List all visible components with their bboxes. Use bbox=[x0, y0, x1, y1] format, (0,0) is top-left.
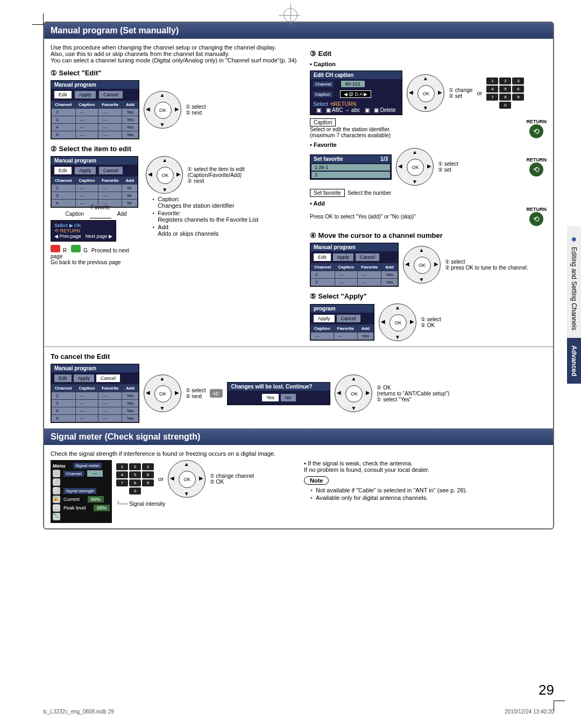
note-label: Note bbox=[304, 476, 329, 485]
osd-move-cursor: Manual program EditApplyCancel ChannelCa… bbox=[310, 243, 399, 287]
step1-title: ① Select "Edit" bbox=[51, 69, 299, 77]
label-caption: Caption bbox=[66, 211, 84, 217]
crop-mark bbox=[32, 13, 44, 25]
page-number: 29 bbox=[539, 682, 554, 698]
side-tab-editing: ●Editing and Setting Channels bbox=[567, 226, 581, 338]
return-icon: ⟲ bbox=[529, 124, 543, 138]
nav-control: OK▲▼◀▶ bbox=[403, 246, 441, 284]
caption-box-label: Caption bbox=[310, 118, 336, 126]
cancel-title: To cancel the Edit bbox=[51, 352, 547, 361]
step3-title: ③ Edit bbox=[310, 50, 547, 58]
side-tab-advanced: Advanced bbox=[567, 338, 581, 384]
intro-text: Use this procedure when changing the cha… bbox=[51, 44, 299, 63]
osd-edit-caption: Edit CH caption Channel80-101 Caption◀ @… bbox=[310, 70, 402, 115]
sub-favorite: • Favorite bbox=[310, 142, 547, 148]
red-button-icon bbox=[51, 245, 60, 252]
registration-mark bbox=[284, 8, 297, 22]
timer-icon: ⏱ bbox=[53, 487, 60, 494]
nav-control: OK▲▼◀▶ bbox=[396, 148, 434, 186]
osd-select-item: Manual program Edit Apply Cancel Channel… bbox=[51, 156, 138, 208]
keypad-icon: 1234567890 bbox=[116, 463, 154, 494]
nav-control: OK▲▼◀▶ bbox=[146, 156, 183, 194]
return-icon: ⟲ bbox=[529, 212, 543, 226]
crop-mark bbox=[554, 701, 565, 712]
keypad-icon: 1234567890 bbox=[486, 77, 524, 109]
content-frame: Manual program (Set manually) Use this p… bbox=[43, 22, 554, 529]
audio-icon: ♪ bbox=[53, 478, 60, 486]
footer: tc_L3232c_eng_0608.indb 29 2010/12/24 13… bbox=[43, 709, 554, 715]
return-icon: ⟲ bbox=[529, 162, 543, 176]
setup-icon: 🔧 bbox=[53, 513, 60, 520]
weak-signal-note: • If the signal is weak, check the anten… bbox=[304, 460, 547, 473]
goback-label: Go back to the previous page bbox=[51, 259, 141, 265]
nav-control: OK▲▼◀▶ bbox=[168, 460, 206, 498]
osd-confirm: Changes will be lost. Continue? YesNo bbox=[227, 382, 330, 405]
nav-control: OK▲▼◀▶ bbox=[144, 374, 181, 412]
nav-control: OK ▲▼◀▶ bbox=[144, 91, 181, 129]
sig-intro: Check the signal strength if interferenc… bbox=[51, 450, 547, 457]
section2-banner: Signal meter (Check signal strength) bbox=[44, 429, 553, 445]
sub-caption: • Caption bbox=[310, 61, 547, 67]
cc-icon: CC bbox=[53, 504, 60, 512]
step4-title: ④ Move the cursor to a channel number bbox=[310, 231, 547, 239]
osd-manual-program: Manual program Edit Apply Cancel Channel… bbox=[51, 80, 139, 139]
green-button-icon bbox=[71, 245, 81, 252]
nav-control: OK▲▼◀▶ bbox=[335, 374, 372, 412]
nav-control: OK▲▼◀▶ bbox=[407, 74, 444, 112]
step2-title: ② Select the item to edit bbox=[51, 145, 299, 153]
signal-meter-menu: Menu Signal meter Channel--- ♪ ⏱Signal s… bbox=[51, 460, 112, 523]
proceed-label: Proceed to next page bbox=[51, 248, 129, 259]
step5-title: ⑤ Select "Apply" bbox=[310, 292, 547, 300]
osd-cancel: Manual program EditApplyCancel ChannelCa… bbox=[51, 364, 139, 423]
nav-control: OK▲▼◀▶ bbox=[379, 303, 416, 341]
sub-add: • Add bbox=[310, 200, 547, 207]
picture-icon bbox=[53, 470, 60, 477]
osd-set-favorite: Set favorite1/3 1 26-1 2 bbox=[310, 154, 392, 180]
item-descriptions: Caption: Changes the station identifier … bbox=[146, 196, 299, 237]
osd-apply: program ApplyCancel CaptionFavoriteAdd -… bbox=[310, 304, 374, 341]
side-tabs: ●Editing and Setting Channels Advanced bbox=[567, 226, 581, 384]
label-add: Add bbox=[117, 211, 127, 217]
label-favorite: Favorite bbox=[90, 204, 111, 218]
lock-icon: 🔒 bbox=[53, 496, 60, 503]
arrow-icon: ➪ bbox=[210, 389, 223, 398]
osd-page-nav: Select ▶ OK ⟲ RETURN ◀ Prev.page Next pa… bbox=[51, 220, 116, 242]
signal-intensity-label: Signal intensity bbox=[129, 501, 165, 507]
section1-banner: Manual program (Set manually) bbox=[44, 23, 553, 39]
note-list: Not available if "Cable" is selected in … bbox=[304, 487, 547, 501]
